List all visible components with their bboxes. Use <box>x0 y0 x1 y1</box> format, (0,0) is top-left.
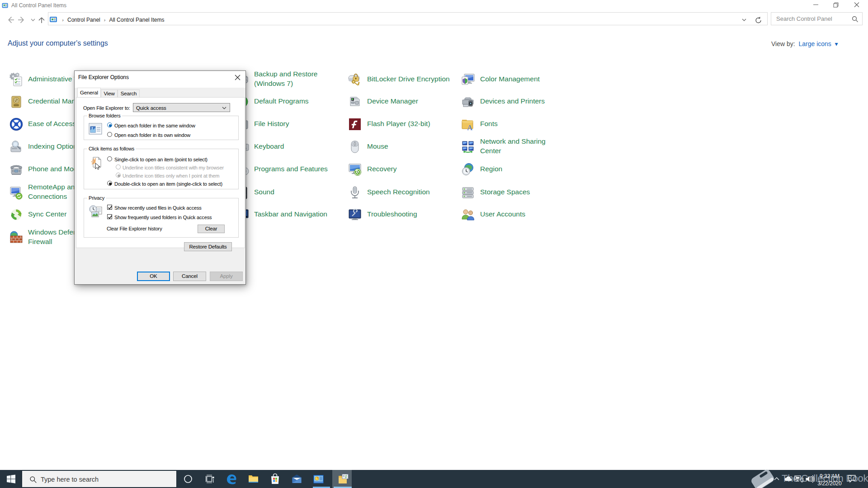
svg-text:A: A <box>467 123 473 131</box>
